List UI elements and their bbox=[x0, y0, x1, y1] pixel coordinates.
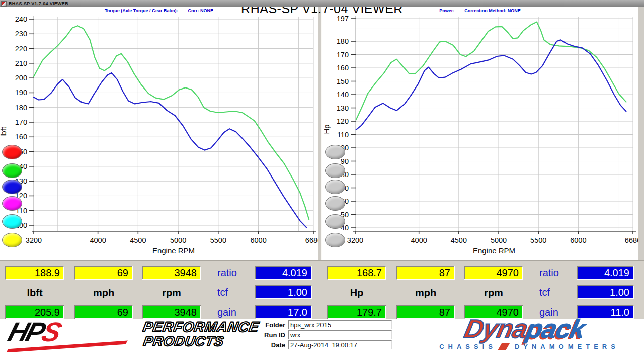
x-tick-label: 3200 bbox=[26, 236, 42, 244]
readout-panel: 188.9 69 3948 lbft mph rpm 205.9 69 3948… bbox=[0, 260, 644, 319]
power-chart-svg: 1971801701601501401301201101009080706050… bbox=[322, 7, 638, 260]
y-tick-label: 210 bbox=[15, 59, 27, 67]
channel-button-gray[interactable] bbox=[325, 145, 345, 159]
y-axis-title: lbft bbox=[0, 126, 8, 137]
torque-chart-svg: 2402302202102001901801701601501401301201… bbox=[0, 7, 318, 260]
y-tick-label: 110 bbox=[337, 131, 349, 139]
y-axis-title: Hp bbox=[322, 124, 331, 134]
folder-label: Folder bbox=[249, 321, 288, 329]
y-tick-label: 170 bbox=[15, 118, 27, 126]
x-axis-title: Engine RPM bbox=[152, 246, 195, 255]
channel-button-green[interactable] bbox=[2, 163, 22, 178]
curve-reference-run-torque bbox=[34, 26, 309, 219]
hps-logo-text: HPS bbox=[5, 317, 63, 347]
x-tick-label: 5000 bbox=[170, 236, 186, 244]
y-tick-label: 160 bbox=[15, 133, 27, 141]
curve-current-run-power bbox=[356, 40, 626, 130]
channel-button-gray[interactable] bbox=[325, 163, 345, 178]
y-tick-label: 150 bbox=[337, 77, 349, 85]
channel-button-gray[interactable] bbox=[325, 214, 345, 229]
date-input[interactable] bbox=[288, 340, 392, 349]
stat-value-box: 4.019 bbox=[577, 266, 634, 280]
dynapack-pack: pack bbox=[524, 314, 588, 343]
dynapack-chassis: CHASSIS bbox=[439, 343, 497, 350]
dynapack-dynamometers: DYNAMOMETERS bbox=[515, 343, 619, 350]
y-tick-label: 120 bbox=[337, 117, 349, 125]
y-tick-label: 180 bbox=[337, 37, 349, 45]
ref-value-box: 3948 bbox=[142, 305, 201, 319]
dynapack-subtitle: CHASSIS DYNAMOMETERS bbox=[424, 343, 635, 350]
y-tick-label: 160 bbox=[337, 64, 349, 72]
x-tick-label: 6686 bbox=[305, 236, 318, 244]
folder-input[interactable] bbox=[288, 320, 392, 329]
date-field-row: Date bbox=[249, 340, 392, 349]
cursor-value-box: 4970 bbox=[464, 266, 523, 280]
y-tick-label: 200 bbox=[15, 74, 27, 82]
channel-button-gray[interactable] bbox=[325, 233, 345, 247]
torque-chart-panel: Torque (Axle Torque / Gear Ratio):Corr: … bbox=[0, 7, 318, 260]
right-edge-strip bbox=[638, 7, 644, 260]
y-tick-label: 190 bbox=[15, 89, 27, 97]
unit-label: lbft bbox=[5, 285, 64, 300]
performance-text: PERFORMANCE bbox=[142, 320, 260, 334]
app-icon[interactable] bbox=[1, 1, 7, 7]
footer-bar: HPS PERFORMANCE PRODUCTS Folder Run ID D… bbox=[0, 319, 644, 352]
y-tick-label: 130 bbox=[337, 104, 349, 112]
window-title: RHAS-SP V1.7-04 VIEWER bbox=[9, 1, 68, 6]
y-tick-label: 90 bbox=[341, 157, 349, 165]
unit-label: rpm bbox=[464, 285, 523, 300]
y-tick-label: 140 bbox=[337, 91, 349, 99]
stat-label-ratio: ratio bbox=[539, 266, 559, 280]
x-tick-label: 6000 bbox=[250, 236, 266, 244]
x-tick-label: 4500 bbox=[130, 236, 146, 244]
y-tick-label: 220 bbox=[15, 45, 27, 53]
stat-value-box: 4.019 bbox=[255, 266, 312, 280]
channel-button-cyan[interactable] bbox=[2, 214, 22, 229]
x-tick-label: 3200 bbox=[347, 236, 363, 244]
x-tick-label: 6686 bbox=[625, 236, 638, 244]
unit-label: rpm bbox=[142, 285, 201, 300]
x-tick-label: 4000 bbox=[90, 236, 106, 244]
unit-label: mph bbox=[74, 285, 133, 300]
y-tick-label: 240 bbox=[15, 15, 27, 23]
cursor-value-box: 69 bbox=[74, 266, 133, 280]
window-title-bar: RHAS-SP V1.7-04 VIEWER bbox=[0, 0, 644, 7]
cursor-value-box: 188.9 bbox=[5, 266, 64, 280]
unit-label: Hp bbox=[327, 285, 386, 300]
curve-reference-run-power bbox=[356, 22, 626, 120]
y-tick-label: 230 bbox=[15, 30, 27, 38]
stat-label-gain: gain bbox=[217, 305, 236, 319]
dynapack-slash-icon bbox=[498, 343, 510, 350]
channel-button-red[interactable] bbox=[2, 145, 22, 159]
run-id-input[interactable] bbox=[288, 330, 392, 339]
run-id-label: Run ID bbox=[249, 331, 288, 339]
panel-divider bbox=[318, 7, 322, 260]
ref-value-box: 179.7 bbox=[327, 305, 386, 319]
dynapack-logo-text: Dynapack bbox=[406, 314, 644, 344]
run-id-field-row: Run ID bbox=[249, 330, 392, 339]
x-tick-label: 5000 bbox=[491, 236, 507, 244]
performance-products-logo: PERFORMANCE PRODUCTS bbox=[139, 320, 261, 349]
cursor-value-box: 3948 bbox=[142, 266, 201, 280]
x-axis-title: Engine RPM bbox=[473, 246, 515, 255]
channel-button-yellow[interactable] bbox=[2, 233, 22, 247]
channel-button-magenta[interactable] bbox=[2, 196, 22, 211]
unit-label: mph bbox=[396, 285, 455, 300]
x-tick-label: 6000 bbox=[570, 236, 586, 244]
hps-logo: HPS bbox=[4, 320, 135, 350]
x-tick-label: 4500 bbox=[451, 236, 467, 244]
channel-button-gray[interactable] bbox=[325, 180, 345, 194]
dynapack-logo: Dynapack CHASSIS DYNAMOMETERS bbox=[409, 319, 641, 351]
viewer-window: RHAS-SP V1.7-04 VIEWER RHAS-SP V1.7-04 V… bbox=[0, 0, 644, 352]
channel-button-blue[interactable] bbox=[2, 180, 22, 194]
power-chart-panel: Power:Correction Method: NONE 1971801701… bbox=[322, 7, 638, 260]
stat-label-ratio: ratio bbox=[217, 266, 237, 280]
stat-value-box: 1.00 bbox=[577, 285, 634, 299]
channel-button-gray[interactable] bbox=[325, 196, 345, 211]
date-label: Date bbox=[249, 341, 288, 349]
y-tick-label: 170 bbox=[337, 51, 349, 59]
stat-label-tcf: tcf bbox=[217, 285, 228, 299]
stat-label-tcf: tcf bbox=[539, 285, 550, 299]
products-text: PRODUCTS bbox=[142, 334, 258, 349]
ref-value-box: 69 bbox=[74, 305, 133, 319]
